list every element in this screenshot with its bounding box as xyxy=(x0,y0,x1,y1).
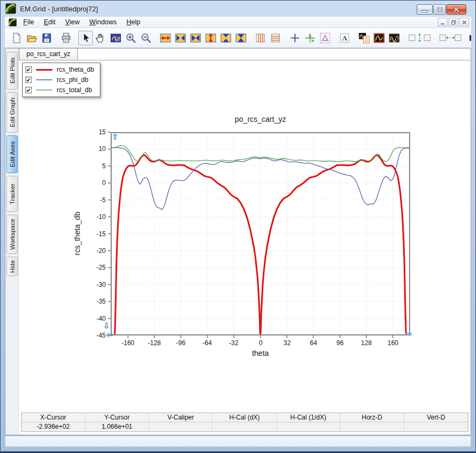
axis-handle-top[interactable]: ⇧ xyxy=(112,133,119,141)
tool-select[interactable] xyxy=(78,31,93,45)
close-button[interactable] xyxy=(446,4,466,15)
tool-tracker[interactable] xyxy=(303,31,317,45)
plot-canvas[interactable]: ✔rcs_theta_db✔rcs_phi_db✔rcs_total_db po… xyxy=(19,60,471,412)
mdi-restore-button[interactable] xyxy=(448,18,458,26)
axis-handle-bottom-left[interactable]: ⇦ xyxy=(106,331,113,339)
tool-expand-x[interactable] xyxy=(158,31,173,45)
document-tab[interactable]: po_rcs_cart_yz xyxy=(19,48,78,60)
tool-save[interactable] xyxy=(39,31,54,45)
tool-plot-single[interactable] xyxy=(372,31,386,45)
menu-bar: FileEditViewWindowsHelp xyxy=(5,17,471,28)
tool-layout[interactable] xyxy=(468,31,471,45)
y-tick-label: -45 xyxy=(19,332,106,339)
open-icon xyxy=(26,32,37,44)
x-tick-label: -160 xyxy=(121,339,134,347)
tool-compress-y[interactable] xyxy=(234,31,248,45)
grid-x-icon xyxy=(255,32,266,44)
tool-caliper[interactable] xyxy=(318,31,332,45)
expand-y-icon xyxy=(205,32,216,44)
mdi-close-button[interactable] xyxy=(459,18,469,26)
menu-help[interactable]: Help xyxy=(121,17,145,27)
status-col-header: X-Cursor xyxy=(22,413,85,422)
sidebar-tab-edit-graph[interactable]: Edit Graph xyxy=(6,92,18,133)
tool-link-x[interactable] xyxy=(437,31,463,45)
legend-item[interactable]: ✔rcs_total_db xyxy=(25,86,94,94)
tool-shrink-x[interactable] xyxy=(173,31,188,45)
mdi-client-area: Edit PlotsEdit GraphEdit AxesTrackerWork… xyxy=(5,48,471,435)
mdi-minimize-button[interactable] xyxy=(438,18,447,26)
tool-zoom-window[interactable] xyxy=(108,31,123,45)
status-col-header: Vert-D xyxy=(404,413,468,422)
zoom-out-icon xyxy=(140,32,152,44)
menu-file[interactable]: File xyxy=(18,17,39,27)
pan-icon xyxy=(95,32,106,44)
sidebar-tab-workspace[interactable]: Workspace xyxy=(6,215,18,254)
tool-compress-x[interactable] xyxy=(188,31,203,45)
tool-expand-y[interactable] xyxy=(203,31,218,45)
status-value xyxy=(213,422,276,431)
status-value xyxy=(277,422,341,431)
link-y-icon xyxy=(407,32,432,43)
tool-grid-y[interactable] xyxy=(268,31,283,45)
tool-zoom-in[interactable] xyxy=(124,31,138,45)
plot-area[interactable] xyxy=(111,132,410,335)
tool-plot-list[interactable] xyxy=(357,31,371,45)
legend-checkbox[interactable]: ✔ xyxy=(25,87,32,93)
tool-new[interactable] xyxy=(9,31,24,45)
shrink-y-icon xyxy=(220,32,232,44)
status-value xyxy=(341,422,404,431)
tab-row: po_rcs_cart_yz xyxy=(19,49,471,60)
maximize-button[interactable] xyxy=(433,4,446,15)
sidebar-tab-tracker[interactable]: Tracker xyxy=(6,176,18,212)
menu-windows[interactable]: Windows xyxy=(85,17,122,27)
x-tick-label: 64 xyxy=(310,339,317,347)
axis-handle-bottom-right[interactable]: ⇨ xyxy=(405,330,412,338)
legend-label: rcs_theta_db xyxy=(57,66,94,73)
new-icon xyxy=(11,32,22,44)
compress-y-icon xyxy=(235,32,247,44)
legend-checkbox[interactable]: ✔ xyxy=(25,77,32,83)
status-col-header: Horz-D xyxy=(341,413,404,422)
y-tick-label: -30 xyxy=(19,281,106,289)
x-axis-label: theta xyxy=(111,349,410,358)
x-tick-label: 96 xyxy=(336,339,343,347)
layout-icon xyxy=(470,32,471,44)
legend-label: rcs_total_db xyxy=(57,86,92,94)
legend-item[interactable]: ✔rcs_theta_db xyxy=(25,65,94,74)
tool-shrink-y[interactable] xyxy=(219,31,233,45)
plot-list-icon xyxy=(358,32,370,44)
app-statusbar xyxy=(5,436,471,447)
legend-line-swatch xyxy=(36,90,52,91)
tool-open[interactable] xyxy=(24,31,39,45)
menu-view[interactable]: View xyxy=(60,17,85,27)
window-title: EM.Grid - [untitledproj72] xyxy=(20,5,98,13)
status-value: -2.936e+02 xyxy=(22,422,85,431)
select-icon xyxy=(80,32,91,44)
legend-item[interactable]: ✔rcs_phi_db xyxy=(25,76,94,84)
titlebar[interactable]: EM.Grid - [untitledproj72] xyxy=(1,1,475,17)
mdi-minimize-icon xyxy=(440,20,445,25)
tool-link-y[interactable] xyxy=(406,31,432,45)
axis-handle-bottom-left-down[interactable]: ⇩ xyxy=(103,321,110,330)
tool-crosshair[interactable] xyxy=(288,31,302,45)
tool-text[interactable]: A xyxy=(337,31,352,45)
tool-pan[interactable] xyxy=(93,31,108,45)
chart-title: po_rcs_cart_yz xyxy=(111,115,410,123)
sidebar-tab-edit-plots[interactable]: Edit Plots xyxy=(6,52,18,90)
tool-plot-multi[interactable] xyxy=(387,31,402,45)
tool-print[interactable] xyxy=(59,31,73,45)
status-col-header: V-Caliper xyxy=(149,413,213,422)
minimize-button[interactable] xyxy=(417,4,433,15)
legend-checkbox[interactable]: ✔ xyxy=(25,66,32,73)
tool-grid-x[interactable] xyxy=(253,31,268,45)
status-value xyxy=(404,422,468,431)
menu-items: FileEditViewWindowsHelp xyxy=(18,17,145,28)
menu-edit[interactable]: Edit xyxy=(39,17,60,27)
tool-zoom-out[interactable] xyxy=(139,31,153,45)
legend: ✔rcs_theta_db✔rcs_phi_db✔rcs_total_db xyxy=(22,63,100,97)
sidebar-tab-hide[interactable]: Hide xyxy=(6,257,18,276)
legend-label: rcs_phi_db xyxy=(57,76,89,84)
sidebar-tab-edit-axes[interactable]: Edit Axes xyxy=(6,135,18,173)
document-icon xyxy=(7,18,18,26)
window-controls xyxy=(417,4,466,15)
